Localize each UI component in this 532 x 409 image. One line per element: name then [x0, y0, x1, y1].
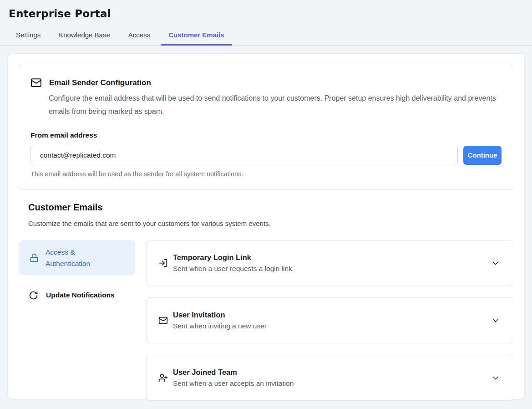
email-row-temporary-login-link[interactable]: Temporary Login Link Sent when a user re… — [146, 240, 513, 286]
tab-access[interactable]: Access — [121, 26, 158, 46]
email-row-user-joined-team[interactable]: User Joined Team Sent when a user accept… — [146, 355, 513, 401]
email-sender-config-card: Email Sender Configuration Configure the… — [19, 64, 513, 190]
config-card-description: Configure the email address that will be… — [49, 92, 497, 118]
sidebar-item-label: Update Notifications — [46, 291, 115, 299]
config-card-title: Email Sender Configuration — [49, 78, 151, 87]
email-category-sidebar: Access & Authentication Update Notificat… — [19, 240, 135, 401]
email-row-user-invitation[interactable]: User Invitation Sent when inviting a new… — [146, 297, 513, 343]
email-row-title: User Joined Team — [173, 368, 491, 377]
continue-button[interactable]: Continue — [463, 146, 502, 165]
page-title: Enterprise Portal — [9, 8, 523, 20]
email-row-subtitle: Sent when inviting a new user — [173, 322, 491, 330]
user-plus-icon — [158, 373, 168, 383]
email-helper-text: This email address will be used as the s… — [30, 170, 502, 178]
lock-icon — [30, 253, 39, 262]
customer-emails-description: Customize the emails that are sent to yo… — [28, 220, 513, 227]
mail-icon — [158, 316, 168, 325]
sidebar-item-access-authentication[interactable]: Access & Authentication — [19, 240, 135, 275]
sidebar-item-label: Access & Authentication — [46, 246, 114, 269]
chevron-down-icon[interactable] — [491, 316, 500, 325]
tab-customer-emails[interactable]: Customer Emails — [161, 26, 232, 46]
email-template-list: Temporary Login Link Sent when a user re… — [146, 240, 513, 401]
from-email-input[interactable] — [30, 145, 458, 165]
chevron-down-icon[interactable] — [491, 373, 500, 383]
email-row-title: Temporary Login Link — [173, 253, 491, 262]
email-row-title: User Invitation — [173, 311, 491, 319]
email-row-subtitle: Sent when a user requests a login link — [173, 265, 491, 273]
tab-knowledge-base[interactable]: Knowledge Base — [51, 26, 118, 46]
mail-icon — [30, 77, 42, 88]
tab-bar: Settings Knowledge Base Access Customer … — [0, 26, 532, 46]
customer-emails-heading: Customer Emails — [28, 202, 513, 213]
refresh-icon — [29, 291, 38, 300]
login-icon — [158, 258, 168, 268]
from-email-label: From email address — [30, 131, 502, 139]
page-header: Enterprise Portal — [0, 0, 532, 20]
tab-settings[interactable]: Settings — [8, 26, 48, 46]
sidebar-item-update-notifications[interactable]: Update Notifications — [19, 286, 135, 304]
main-content-card: Email Sender Configuration Configure the… — [7, 53, 525, 399]
chevron-down-icon[interactable] — [491, 259, 500, 268]
email-row-subtitle: Sent when a user accepts an invitation — [173, 379, 491, 388]
